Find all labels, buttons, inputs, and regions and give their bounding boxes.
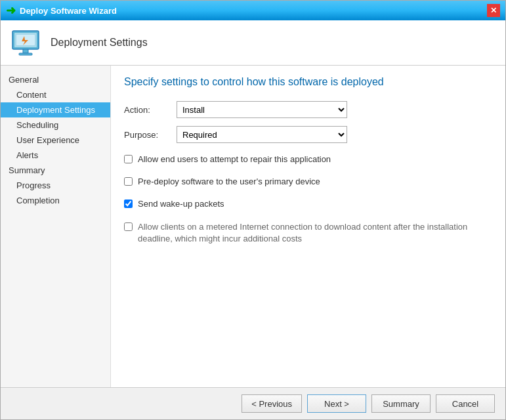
- checkbox-wakeup-label: Send wake-up packets: [138, 198, 224, 210]
- sidebar-item-content[interactable]: Content: [1, 87, 110, 102]
- main-panel: Specify settings to control how this sof…: [111, 66, 505, 387]
- action-label: Action:: [124, 105, 177, 115]
- checkbox-wakeup[interactable]: [124, 200, 133, 208]
- sidebar: General Content Deployment Settings Sche…: [1, 66, 111, 387]
- cancel-button[interactable]: Cancel: [436, 394, 495, 413]
- header-title: Deployment Settings: [51, 37, 148, 49]
- sidebar-item-scheduling[interactable]: Scheduling: [1, 117, 110, 133]
- sidebar-item-progress[interactable]: Progress: [1, 178, 110, 193]
- window-title: Deploy Software Wizard: [20, 6, 117, 16]
- checkbox-predeploy[interactable]: [124, 177, 133, 186]
- nav-arrow-icon: ➜: [6, 3, 16, 18]
- sidebar-item-alerts[interactable]: Alerts: [1, 148, 110, 163]
- checkboxes-section: Allow end users to attempt to repair thi…: [124, 154, 492, 245]
- checkbox-metered[interactable]: [124, 222, 133, 231]
- checkbox-predeploy-label: Pre-deploy software to the user's primar…: [138, 176, 320, 188]
- action-select[interactable]: Install Uninstall: [177, 101, 347, 118]
- deployment-icon: [10, 27, 41, 58]
- page-title: Specify settings to control how this sof…: [124, 76, 492, 88]
- purpose-label: Purpose:: [124, 130, 177, 140]
- sidebar-item-user-experience[interactable]: User Experience: [1, 133, 110, 148]
- sidebar-item-deployment-settings[interactable]: Deployment Settings: [1, 102, 110, 117]
- checkbox-row-4: Allow clients on a metered Internet conn…: [124, 221, 492, 245]
- checkbox-repair-label: Allow end users to attempt to repair thi…: [138, 154, 331, 165]
- svg-rect-2: [23, 49, 28, 53]
- purpose-row: Purpose: Required Available: [124, 126, 492, 143]
- checkbox-metered-label: Allow clients on a metered Internet conn…: [138, 221, 492, 245]
- checkbox-row-2: Pre-deploy software to the user's primar…: [124, 176, 492, 188]
- purpose-select[interactable]: Required Available: [177, 126, 347, 143]
- sidebar-item-completion[interactable]: Completion: [1, 193, 110, 208]
- action-row: Action: Install Uninstall: [124, 101, 492, 118]
- close-button[interactable]: ✕: [487, 4, 500, 17]
- checkbox-row-3: Send wake-up packets: [124, 198, 492, 210]
- svg-rect-3: [19, 53, 32, 55]
- summary-button[interactable]: Summary: [371, 394, 431, 413]
- wizard-window: ➜ Deploy Software Wizard ✕ Deployment Se…: [0, 0, 506, 420]
- header-bar: Deployment Settings: [1, 20, 505, 66]
- sidebar-group-summary: Summary: [1, 163, 110, 178]
- checkbox-row-1: Allow end users to attempt to repair thi…: [124, 154, 492, 165]
- previous-button[interactable]: < Previous: [242, 394, 302, 413]
- sidebar-group-general: General: [1, 72, 110, 87]
- title-bar: ➜ Deploy Software Wizard ✕: [1, 1, 505, 20]
- checkbox-repair[interactable]: [124, 155, 133, 163]
- footer: < Previous Next > Summary Cancel: [1, 387, 505, 419]
- content-area: General Content Deployment Settings Sche…: [1, 66, 505, 387]
- next-button[interactable]: Next >: [307, 394, 366, 413]
